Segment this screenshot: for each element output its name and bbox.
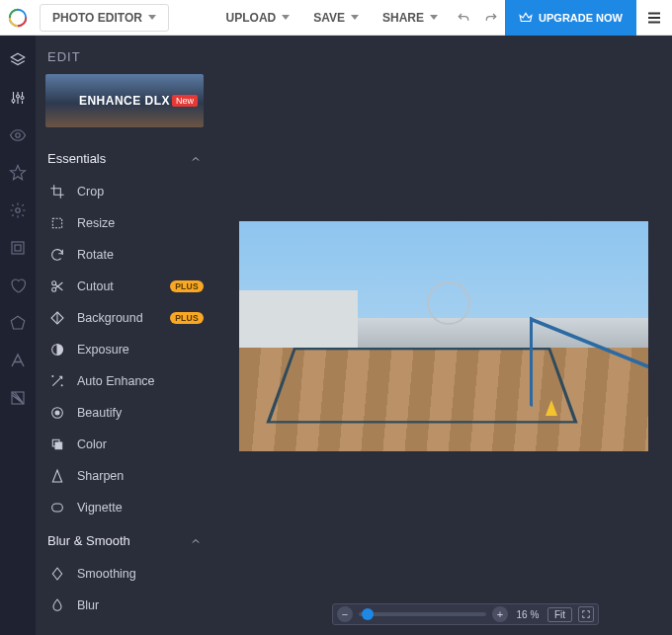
rail-heart-icon[interactable]: [9, 277, 27, 294]
sharpen-icon: [49, 468, 65, 484]
top-bar: PHOTO EDITOR UPLOAD SAVE SHARE UPGRADE N…: [0, 0, 672, 36]
crown-icon: [519, 11, 533, 25]
caret-down-icon: [282, 15, 290, 20]
tool-label: Auto Enhance: [77, 374, 155, 388]
zoom-fit-button[interactable]: Fit: [547, 607, 572, 622]
promo-badge: New: [172, 95, 198, 107]
tool-auto-enhance[interactable]: Auto Enhance: [36, 365, 213, 397]
tool-rail: [0, 36, 36, 635]
tool-label: Crop: [77, 185, 104, 198]
section-blur-smooth-header[interactable]: Blur & Smooth: [36, 523, 213, 558]
tool-blur[interactable]: Blur: [36, 590, 213, 621]
blur-icon: [49, 597, 65, 613]
svg-rect-13: [52, 218, 61, 227]
exposure-icon: [49, 342, 65, 357]
rail-shape-icon[interactable]: [9, 314, 27, 332]
tool-resize[interactable]: Resize: [36, 207, 213, 239]
svg-point-4: [12, 100, 15, 103]
upgrade-button[interactable]: UPGRADE NOW: [505, 0, 636, 36]
tool-rotate[interactable]: Rotate: [36, 239, 213, 271]
section-title: Essentials: [47, 151, 106, 166]
upgrade-label: UPGRADE NOW: [539, 12, 623, 24]
section-essentials-header[interactable]: Essentials: [36, 141, 213, 176]
image-ferris-wheel: [427, 281, 470, 325]
canvas-image[interactable]: [239, 221, 648, 451]
tool-label: Rotate: [77, 248, 114, 262]
tool-cutout[interactable]: Cutout PLUS: [36, 271, 213, 302]
svg-marker-11: [11, 316, 25, 329]
rail-frame-icon[interactable]: [9, 239, 27, 257]
vignette-icon: [49, 500, 65, 516]
rail-eye-icon[interactable]: [9, 126, 27, 144]
tool-background[interactable]: Background PLUS: [36, 302, 213, 334]
tool-label: Resize: [77, 216, 115, 230]
menu-button[interactable]: [636, 0, 672, 36]
tool-vignette[interactable]: Vignette: [36, 492, 213, 523]
chevron-up-icon: [190, 153, 202, 165]
share-label: SHARE: [382, 11, 424, 25]
svg-point-18: [55, 411, 59, 415]
tool-smoothing[interactable]: Smoothing: [36, 558, 213, 590]
cutout-icon: [49, 278, 65, 294]
plus-badge: PLUS: [170, 312, 204, 324]
zoom-in-button[interactable]: +: [492, 606, 508, 622]
zoom-bar: − + 16 % Fit: [332, 603, 599, 625]
tool-label: Smoothing: [77, 567, 136, 581]
tool-label: Beautify: [77, 406, 122, 420]
caret-down-icon: [148, 15, 156, 20]
svg-point-7: [16, 133, 21, 138]
tool-label: Color: [77, 437, 107, 451]
canvas-area: − + 16 % Fit: [213, 36, 672, 635]
caret-down-icon: [351, 15, 359, 20]
svg-point-8: [16, 208, 21, 213]
undo-button[interactable]: [450, 4, 477, 32]
redo-button[interactable]: [477, 4, 505, 32]
zoom-slider-track[interactable]: [359, 612, 486, 616]
mode-label: PHOTO EDITOR: [52, 11, 142, 25]
upload-dropdown[interactable]: UPLOAD: [214, 4, 302, 32]
save-label: SAVE: [313, 11, 345, 25]
auto-enhance-icon: [49, 373, 65, 389]
tool-sharpen[interactable]: Sharpen: [36, 460, 213, 492]
edit-panel: EDIT ENHANCE DLX New Essentials Crop Res…: [36, 36, 213, 635]
tool-beautify[interactable]: Beautify: [36, 397, 213, 429]
zoom-fullscreen-button[interactable]: [578, 606, 594, 622]
zoom-value: 16 %: [514, 609, 542, 620]
image-cone: [546, 400, 557, 416]
mode-dropdown[interactable]: PHOTO EDITOR: [40, 4, 169, 32]
tool-label: Exposure: [77, 343, 129, 357]
app-logo[interactable]: [0, 0, 36, 36]
tool-label: Blur: [77, 598, 99, 612]
zoom-slider-thumb[interactable]: [362, 608, 374, 620]
chevron-up-icon: [190, 535, 202, 547]
save-dropdown[interactable]: SAVE: [301, 4, 371, 32]
section-title: Blur & Smooth: [47, 533, 130, 548]
svg-point-5: [17, 95, 20, 98]
rail-layers-icon[interactable]: [9, 51, 27, 69]
rail-sliders-icon[interactable]: [9, 89, 27, 107]
promo-text: ENHANCE DLX: [79, 94, 170, 108]
zoom-out-button[interactable]: −: [337, 606, 353, 622]
tool-color[interactable]: Color: [36, 429, 213, 460]
fullscreen-icon: [581, 609, 591, 619]
tool-label: Vignette: [77, 501, 123, 515]
tool-label: Background: [77, 311, 143, 325]
rail-text-icon[interactable]: [9, 352, 27, 369]
share-dropdown[interactable]: SHARE: [371, 4, 450, 32]
tool-exposure[interactable]: Exposure: [36, 334, 213, 365]
panel-title: EDIT: [36, 36, 213, 74]
color-icon: [49, 437, 65, 452]
tool-crop[interactable]: Crop: [36, 176, 213, 207]
plus-badge: PLUS: [170, 280, 204, 292]
promo-banner[interactable]: ENHANCE DLX New: [45, 74, 204, 127]
smoothing-icon: [49, 566, 65, 582]
rail-gear-icon[interactable]: [9, 201, 27, 219]
caret-down-icon: [430, 15, 438, 20]
svg-point-6: [21, 97, 24, 100]
rail-star-icon[interactable]: [9, 164, 27, 182]
tool-label: Cutout: [77, 279, 114, 293]
rail-texture-icon[interactable]: [9, 389, 27, 407]
svg-rect-21: [52, 504, 63, 512]
svg-rect-20: [55, 442, 62, 449]
beautify-icon: [49, 405, 65, 421]
